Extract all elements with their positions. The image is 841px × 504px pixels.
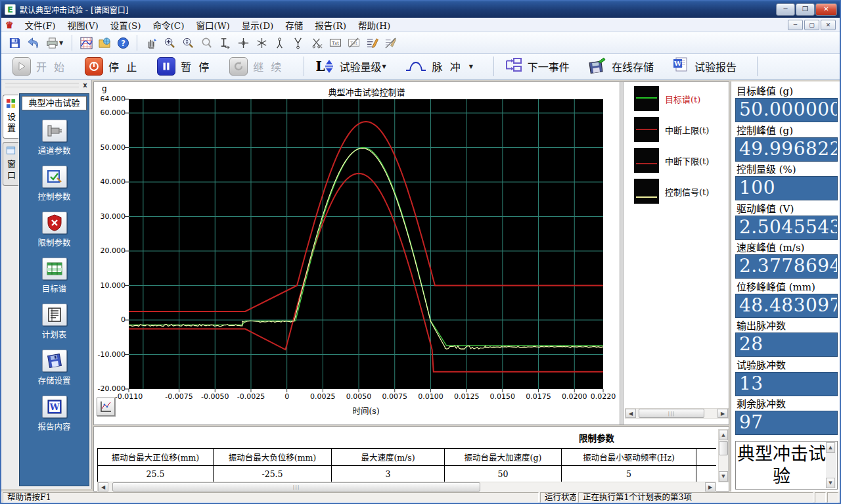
pan-hand-icon[interactable] [142, 34, 160, 51]
minimize-button[interactable]: ─ [776, 3, 795, 16]
sidebar-item-channel-params[interactable]: 通道参数 [20, 120, 89, 156]
y-tick-label: 30.000 [95, 212, 125, 221]
pulse-button[interactable]: 脉 冲 ▼ [400, 55, 478, 78]
pulse-dropdown-arrow[interactable]: ▼ [469, 64, 473, 70]
menu-file[interactable]: 文件(F) [19, 18, 62, 32]
x-tick-label: -0.0025 [231, 392, 271, 401]
menu-view[interactable]: 视图(V) [61, 18, 104, 32]
output-pulse-count: 28 [735, 332, 838, 357]
sidebar-item-target-spectrum[interactable]: 目标谱 [20, 258, 89, 294]
child-close-button[interactable]: ✕ [821, 20, 836, 30]
scroll-down-arrow[interactable]: ▼ [719, 471, 728, 482]
delete-cursor-icon[interactable] [307, 34, 326, 51]
limits-table: 振动台最大正位移(mm) 振动台最大负位移(mm) 最大速度(m/s) 振动台最… [97, 448, 716, 482]
menu-display[interactable]: 显示(D) [236, 18, 279, 32]
legend-item[interactable]: 目标谱(t) [634, 86, 700, 111]
scroll-right-arrow[interactable]: ▶ [717, 409, 728, 418]
limits-hscrollbar[interactable]: ◀ ▶ [97, 482, 716, 492]
sidebar-item-schedule[interactable]: 计划表 [20, 304, 89, 340]
test-level-button[interactable]: L 试验量级 ▼ [311, 57, 390, 76]
sidebar-close-icon[interactable]: x [81, 81, 89, 90]
zoom-reset-icon[interactable] [197, 34, 216, 51]
svg-text:W: W [49, 402, 59, 412]
menu-window[interactable]: 窗口(W) [190, 18, 235, 32]
text-box-icon[interactable]: Txt [326, 34, 344, 51]
resume-button[interactable]: 继 续 [225, 55, 288, 78]
tab-window[interactable]: 窗口 [3, 142, 18, 186]
limits-table-value-row: 25.5 -25.5 3 50 5 [98, 466, 717, 483]
online-storage-icon [588, 57, 606, 76]
scroll-down-arrow[interactable]: ▼ [826, 478, 835, 488]
scroll-thumb[interactable] [639, 409, 704, 418]
stop-icon [85, 57, 103, 76]
measure-ibeam-icon[interactable] [216, 34, 234, 51]
plot-style-button[interactable] [97, 398, 115, 416]
channel-params-icon [42, 120, 67, 142]
table-cell: -25.5 [214, 466, 332, 483]
caliper-single-icon[interactable] [271, 34, 289, 51]
caliper-double-icon[interactable] [289, 34, 307, 51]
scroll-left-arrow[interactable]: ◀ [625, 409, 636, 418]
zoom-vertical-icon[interactable] [179, 34, 197, 51]
pause-button[interactable]: 暂 停 [152, 55, 216, 78]
shock-control-plot[interactable] [129, 99, 603, 389]
x-tick-label: -0.0050 [195, 392, 235, 401]
help-icon[interactable]: ? [114, 34, 132, 51]
child-restore-button[interactable]: ▢ [804, 20, 819, 30]
annotate-icon[interactable] [363, 34, 381, 51]
limits-table-header-row: 振动台最大正位移(mm) 振动台最大负位移(mm) 最大速度(m/s) 振动台最… [98, 449, 717, 466]
cursor-cross-icon[interactable] [234, 34, 252, 51]
chart-grid-icon[interactable] [77, 34, 95, 51]
sidebar-item-control-params[interactable]: 控制参数 [20, 166, 89, 202]
tab-settings[interactable]: 设置 [3, 95, 18, 139]
maximize-button[interactable]: ❐ [796, 3, 815, 16]
sidebar-item-limit-params[interactable]: 限制参数 [20, 212, 89, 248]
test-report-button[interactable]: W 试验报告 [668, 55, 741, 78]
scroll-up-arrow[interactable]: ▲ [826, 442, 835, 453]
delete-annotate-icon[interactable] [381, 34, 399, 51]
test-name-vscrollbar[interactable]: ▲ ▼ [826, 442, 836, 488]
scroll-right-arrow[interactable]: ▶ [705, 482, 716, 492]
print-icon[interactable]: ▼ [42, 34, 67, 51]
x-tick-label: 0.0150 [483, 392, 522, 401]
col-header: 振动台最大正位移(mm) [98, 449, 214, 466]
menu-settings[interactable]: 设置(S) [104, 18, 147, 32]
start-button[interactable]: 开 始 [8, 55, 71, 78]
sidebar-panel-title: 典型冲击试验 [22, 96, 87, 110]
menu-help[interactable]: 帮助(H) [352, 18, 396, 32]
legend-hscrollbar[interactable]: ◀ ▶ [625, 408, 729, 419]
zoom-in-icon[interactable] [160, 34, 179, 51]
sidebar-item-report-content[interactable]: W 报告内容 [20, 396, 89, 432]
delete-text-icon[interactable]: Txt [344, 34, 363, 51]
save-icon[interactable] [5, 34, 24, 51]
cursor-star-icon[interactable] [252, 34, 271, 51]
sidebar-grip[interactable] [5, 83, 79, 88]
control-peak-value: 49.996822 [735, 137, 838, 162]
menu-report[interactable]: 报告(R) [309, 18, 352, 32]
close-button[interactable]: ✕ [815, 3, 837, 16]
legend-item[interactable]: 中断下限(t) [634, 148, 709, 173]
legend-item[interactable]: 控制信号(t) [634, 179, 709, 204]
legend-item[interactable]: 中断上限(t) [634, 117, 709, 142]
scroll-thumb[interactable] [719, 441, 728, 455]
undo-icon[interactable] [24, 34, 42, 51]
x-tick-label: 0.0220 [583, 392, 623, 401]
online-storage-button[interactable]: 在线存储 [583, 55, 658, 78]
open-folder-icon[interactable] [95, 34, 114, 51]
test-name-text: 典型冲击试验 [737, 443, 826, 488]
sidebar-item-storage-settings[interactable]: 存储设置 [20, 350, 89, 386]
stop-button[interactable]: 停 止 [80, 55, 143, 78]
scroll-up-arrow[interactable]: ▲ [719, 430, 728, 440]
menu-storage[interactable]: 存储 [279, 18, 309, 32]
print-dropdown-arrow[interactable]: ▼ [59, 40, 63, 46]
scroll-thumb[interactable] [112, 482, 480, 492]
displacement-pp-value: 48.483097 [735, 294, 838, 318]
child-minimize-button[interactable]: ─ [788, 20, 803, 30]
level-dropdown-arrow[interactable]: ▼ [382, 64, 386, 70]
limits-vscrollbar[interactable]: ▲ ▼ [718, 429, 729, 482]
legend-splitter[interactable] [620, 82, 624, 424]
scroll-left-arrow[interactable]: ◀ [98, 482, 108, 492]
menu-command[interactable]: 命令(C) [147, 18, 191, 32]
next-event-button[interactable]: 下一事件 [501, 55, 574, 78]
title-bar: E 默认典型冲击试验 - [谱图窗口] ─ ❐ ✕ [1, 1, 840, 18]
